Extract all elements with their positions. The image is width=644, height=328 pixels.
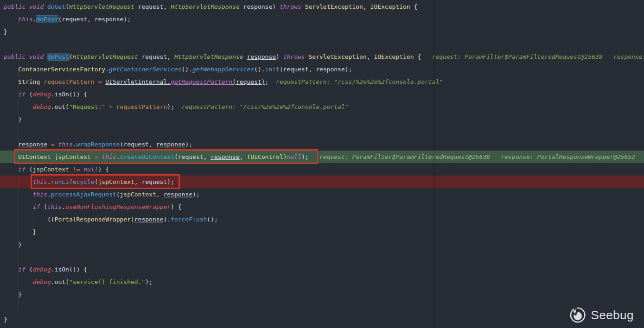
code-line[interactable]: response = this.wrapResponse(request, re… [0, 138, 644, 151]
code-token: ( [40, 203, 47, 210]
code-token: response [18, 141, 47, 148]
code-token: throws [283, 53, 309, 60]
code-token: } [4, 291, 22, 298]
code-line[interactable]: String requestPattern = UIServletInterna… [0, 76, 644, 88]
code-line[interactable]: public void doPost(HttpServletRequest re… [0, 50, 644, 63]
code-line[interactable]: ContainerServicesFactory.getContainerSer… [0, 63, 644, 76]
code-token: jspContext [120, 191, 156, 198]
code-token: (). [182, 66, 192, 73]
code-line[interactable]: } [0, 25, 644, 38]
code-token: response [247, 53, 276, 60]
code-token: (); [207, 216, 217, 223]
code-token: { [410, 3, 418, 10]
code-token: } [4, 228, 36, 235]
code-token [4, 91, 18, 98]
code-token [4, 266, 18, 273]
right-margin-guide [434, 0, 434, 328]
code-line[interactable]: ((PortalResponseWrapper)response).forceF… [0, 213, 644, 226]
code-token [4, 78, 18, 85]
code-token: ( [26, 266, 33, 273]
code-token: (). [254, 66, 265, 73]
code-token: .isOn()) { [51, 91, 87, 98]
code-token [105, 103, 109, 110]
indent-guide [18, 13, 19, 25]
annotation-box-createuicontext [14, 149, 318, 164]
code-token: IOException [370, 3, 410, 10]
code-token: ( [69, 53, 73, 60]
code-token: IOException [374, 53, 414, 60]
code-token: if [18, 266, 26, 273]
code-token: != [73, 166, 80, 173]
code-token: } [4, 241, 22, 248]
code-token: ContainerServicesFactory [18, 66, 105, 73]
code-token: ); [145, 278, 153, 285]
code-token: (request, response); [58, 16, 131, 23]
seebug-logo-text: Seebug [591, 308, 634, 322]
code-token: useNonFlushingResponseWrapper [65, 203, 171, 210]
code-token: (request, response); [280, 66, 352, 73]
code-line[interactable]: if (debug.isOn()) { [0, 263, 644, 276]
code-token: getRequestPattern [171, 78, 232, 85]
debug-inline-value: requestPattern: "/css/%2e%2e%2fconsole.p… [174, 103, 349, 110]
code-token: ServletException [309, 53, 367, 60]
code-line[interactable]: this.processAjaxRequest(jspContext, resp… [0, 188, 644, 201]
code-token: this [18, 16, 32, 23]
code-token: response) [240, 3, 280, 10]
code-token: , [367, 53, 374, 60]
code-token: HttpServletResponse [171, 3, 240, 10]
code-token: debug [33, 278, 51, 285]
code-line[interactable] [0, 38, 644, 50]
code-token: public void [4, 3, 47, 10]
code-token: ); [192, 191, 200, 198]
code-token: ( [26, 91, 33, 98]
code-token [4, 141, 18, 148]
code-line[interactable] [0, 251, 644, 263]
indent-guide [48, 213, 48, 225]
code-line[interactable]: } [0, 226, 644, 238]
code-token [40, 78, 44, 85]
code-token: requestPattern [116, 103, 167, 110]
seebug-logo-icon [568, 306, 587, 324]
code-line[interactable]: } [0, 288, 644, 301]
code-token: .out( [51, 278, 69, 285]
code-line[interactable]: } [0, 238, 644, 251]
code-token: . [73, 141, 77, 148]
code-token: } [4, 116, 22, 123]
code-token: HttpServletRequest [69, 3, 134, 10]
code-line[interactable]: public void doGet(HttpServletRequest req… [0, 0, 644, 13]
code-line[interactable] [0, 301, 644, 313]
code-token: ( [26, 166, 33, 173]
code-token: HttpServletRequest [73, 53, 138, 60]
code-line[interactable]: if (debug.isOn()) { [0, 88, 644, 101]
code-line[interactable]: debug.out("service() finished."); [0, 276, 644, 288]
code-token: ) { [171, 203, 181, 210]
code-token: requestPattern [44, 78, 95, 85]
code-token: request, [138, 53, 174, 60]
code-token [4, 66, 18, 73]
code-line[interactable]: this.doPost(request, response); [0, 13, 644, 25]
code-token: , [156, 191, 164, 198]
code-token: debug [33, 266, 51, 273]
code-token: debug [33, 91, 51, 98]
debug-inline-value: requestPattern: "/css/%2e%2e%2fconsole.p… [268, 78, 443, 85]
code-line[interactable]: if (jspContext != null) { [0, 163, 644, 176]
code-token: = [51, 141, 55, 148]
code-token: (( [4, 216, 55, 223]
code-token: if [18, 91, 26, 98]
code-token: response [134, 216, 164, 223]
code-token: . [105, 66, 109, 73]
code-token: .isOn()) { [51, 266, 87, 273]
code-line[interactable]: if (this.useNonFlushingResponseWrapper) … [0, 201, 644, 213]
code-token: if [33, 203, 40, 210]
code-token: HttpServletResponse [174, 53, 243, 60]
code-line[interactable]: } [0, 113, 644, 126]
code-token: if [18, 166, 26, 173]
code-line[interactable]: } [0, 313, 644, 326]
code-line[interactable]: debug.out("Request:" + requestPattern); … [0, 101, 644, 113]
code-token: init [265, 66, 280, 73]
code-token: } [4, 316, 7, 323]
code-token: processAjaxRequest [51, 191, 116, 198]
code-line[interactable] [0, 126, 644, 138]
indent-guide [18, 63, 19, 313]
code-token: ( [65, 3, 69, 10]
